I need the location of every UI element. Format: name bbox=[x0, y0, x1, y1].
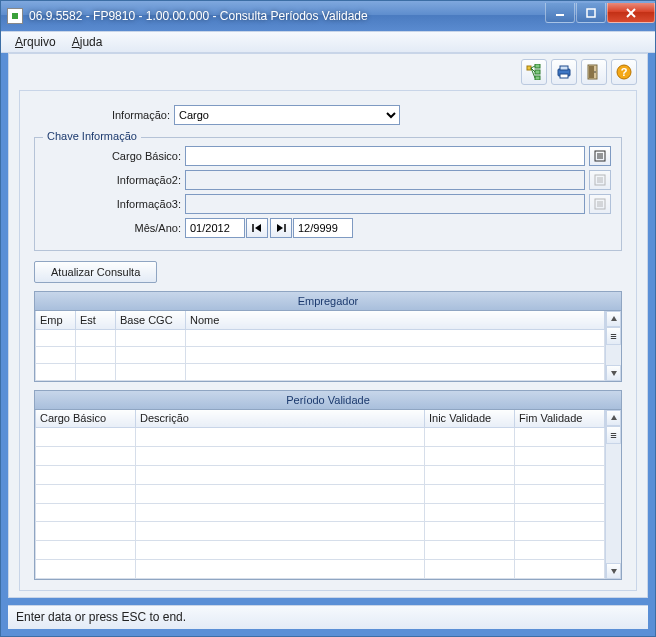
table-row[interactable] bbox=[36, 346, 605, 363]
cargo-basico-input[interactable] bbox=[185, 146, 585, 166]
periodo-scrollbar[interactable]: ≡ bbox=[605, 410, 621, 580]
table-cell[interactable] bbox=[36, 363, 76, 380]
help-icon[interactable]: ? bbox=[611, 59, 637, 85]
table-cell[interactable] bbox=[136, 446, 425, 465]
exit-icon[interactable] bbox=[581, 59, 607, 85]
svg-rect-12 bbox=[560, 66, 568, 70]
table-row[interactable] bbox=[36, 363, 605, 380]
table-cell[interactable] bbox=[136, 484, 425, 503]
mes-ano-from-input[interactable] bbox=[185, 218, 245, 238]
col-est[interactable]: Est bbox=[76, 311, 116, 329]
table-cell[interactable] bbox=[425, 428, 515, 447]
table-cell[interactable] bbox=[76, 363, 116, 380]
table-cell[interactable] bbox=[186, 329, 605, 346]
informacao3-input[interactable] bbox=[185, 194, 585, 214]
table-row[interactable] bbox=[36, 560, 605, 579]
col-base-cgc[interactable]: Base CGC bbox=[116, 311, 186, 329]
informacao2-lookup-button[interactable] bbox=[589, 170, 611, 190]
tree-icon[interactable] bbox=[521, 59, 547, 85]
table-cell[interactable] bbox=[515, 465, 605, 484]
col-fim-validade[interactable]: Fim Validade bbox=[515, 410, 605, 428]
table-row[interactable] bbox=[36, 329, 605, 346]
svg-rect-5 bbox=[535, 64, 540, 68]
atualizar-consulta-button[interactable]: Atualizar Consulta bbox=[34, 261, 157, 283]
table-row[interactable] bbox=[36, 522, 605, 541]
table-cell[interactable] bbox=[136, 503, 425, 522]
maximize-button[interactable] bbox=[576, 3, 606, 23]
scroll-down-icon[interactable] bbox=[606, 563, 621, 579]
first-button[interactable] bbox=[246, 218, 268, 238]
scroll-track[interactable] bbox=[606, 345, 621, 365]
table-cell[interactable] bbox=[136, 465, 425, 484]
mes-ano-to-input[interactable] bbox=[293, 218, 353, 238]
menu-ajuda[interactable]: Ajuda bbox=[64, 33, 111, 51]
col-cargo-basico[interactable]: Cargo Básico bbox=[36, 410, 136, 428]
table-row[interactable] bbox=[36, 428, 605, 447]
col-descricao[interactable]: Descrição bbox=[136, 410, 425, 428]
table-cell[interactable] bbox=[36, 446, 136, 465]
table-cell[interactable] bbox=[186, 346, 605, 363]
cargo-basico-lookup-button[interactable] bbox=[589, 146, 611, 166]
table-cell[interactable] bbox=[36, 346, 76, 363]
minimize-button[interactable] bbox=[545, 3, 575, 23]
table-row[interactable] bbox=[36, 503, 605, 522]
table-cell[interactable] bbox=[36, 484, 136, 503]
last-button[interactable] bbox=[270, 218, 292, 238]
table-cell[interactable] bbox=[36, 560, 136, 579]
table-cell[interactable] bbox=[36, 522, 136, 541]
scroll-thumb[interactable]: ≡ bbox=[606, 426, 621, 444]
table-cell[interactable] bbox=[425, 503, 515, 522]
table-cell[interactable] bbox=[116, 329, 186, 346]
print-icon[interactable] bbox=[551, 59, 577, 85]
scroll-track[interactable] bbox=[606, 444, 621, 564]
table-cell[interactable] bbox=[425, 446, 515, 465]
informacao2-input[interactable] bbox=[185, 170, 585, 190]
table-cell[interactable] bbox=[425, 484, 515, 503]
table-cell[interactable] bbox=[515, 541, 605, 560]
table-cell[interactable] bbox=[425, 560, 515, 579]
table-cell[interactable] bbox=[76, 329, 116, 346]
table-cell[interactable] bbox=[425, 465, 515, 484]
scroll-up-icon[interactable] bbox=[606, 311, 621, 327]
periodo-table[interactable]: Cargo Básico Descrição Inic Validade Fim… bbox=[35, 410, 605, 580]
table-cell[interactable] bbox=[116, 346, 186, 363]
table-row[interactable] bbox=[36, 541, 605, 560]
table-cell[interactable] bbox=[425, 522, 515, 541]
scroll-thumb[interactable]: ≡ bbox=[606, 327, 621, 345]
table-row[interactable] bbox=[36, 465, 605, 484]
table-cell[interactable] bbox=[136, 541, 425, 560]
col-inic-validade[interactable]: Inic Validade bbox=[425, 410, 515, 428]
table-cell[interactable] bbox=[76, 346, 116, 363]
table-cell[interactable] bbox=[515, 560, 605, 579]
table-cell[interactable] bbox=[36, 428, 136, 447]
col-nome[interactable]: Nome bbox=[186, 311, 605, 329]
table-cell[interactable] bbox=[515, 503, 605, 522]
table-cell[interactable] bbox=[136, 560, 425, 579]
scroll-up-icon[interactable] bbox=[606, 410, 621, 426]
table-cell[interactable] bbox=[136, 428, 425, 447]
informacao-select[interactable]: Cargo bbox=[174, 105, 400, 125]
table-cell[interactable] bbox=[36, 541, 136, 560]
table-cell[interactable] bbox=[36, 465, 136, 484]
menu-arquivo[interactable]: Arquivo bbox=[7, 33, 64, 51]
table-cell[interactable] bbox=[116, 363, 186, 380]
table-row[interactable] bbox=[36, 446, 605, 465]
table-cell[interactable] bbox=[515, 428, 605, 447]
table-cell[interactable] bbox=[136, 522, 425, 541]
col-emp[interactable]: Emp bbox=[36, 311, 76, 329]
empregador-scrollbar[interactable]: ≡ bbox=[605, 311, 621, 381]
table-cell[interactable] bbox=[36, 503, 136, 522]
table-row[interactable] bbox=[36, 484, 605, 503]
informacao3-lookup-button[interactable] bbox=[589, 194, 611, 214]
table-cell[interactable] bbox=[515, 484, 605, 503]
empregador-table[interactable]: Emp Est Base CGC Nome bbox=[35, 311, 605, 381]
table-cell[interactable] bbox=[36, 329, 76, 346]
svg-rect-1 bbox=[587, 9, 595, 17]
menubar: Arquivo Ajuda bbox=[1, 31, 655, 53]
close-button[interactable] bbox=[607, 3, 655, 23]
table-cell[interactable] bbox=[186, 363, 605, 380]
table-cell[interactable] bbox=[515, 522, 605, 541]
table-cell[interactable] bbox=[425, 541, 515, 560]
scroll-down-icon[interactable] bbox=[606, 365, 621, 381]
table-cell[interactable] bbox=[515, 446, 605, 465]
